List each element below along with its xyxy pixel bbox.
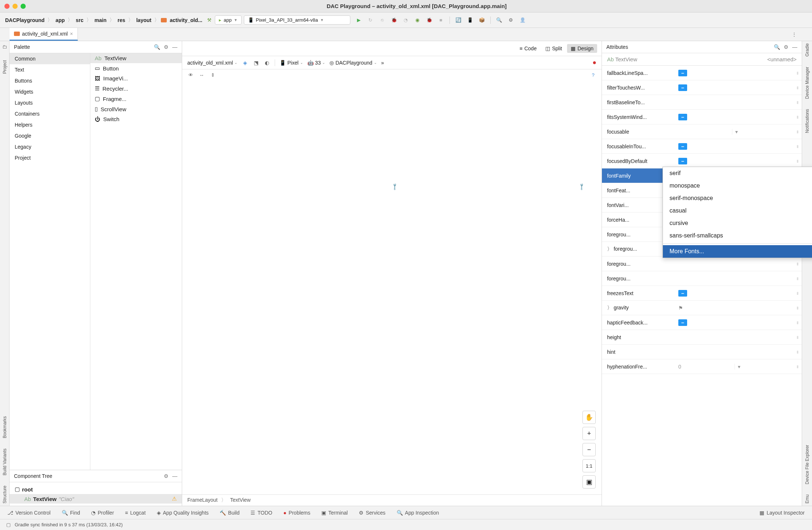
footer-crumb[interactable]: FrameLayout xyxy=(187,497,217,504)
stop-icon[interactable]: ■ xyxy=(438,17,444,23)
rail-bookmarks[interactable]: Bookmarks xyxy=(2,416,7,438)
zoom-fit-button[interactable]: 1:1 xyxy=(582,459,596,472)
widget-scrollview[interactable]: ▯ScrollView xyxy=(90,104,182,114)
resource-picker-icon[interactable]: ▮ xyxy=(797,159,799,163)
palette-cat-buttons[interactable]: Buttons xyxy=(10,75,90,86)
palette-cat-google[interactable]: Google xyxy=(10,130,90,141)
attr-row-gravity[interactable]: 〉 gravity⚑▮ xyxy=(602,301,802,315)
resource-picker-icon[interactable]: ▮ xyxy=(797,291,799,295)
bool-checkbox[interactable]: – xyxy=(678,158,687,164)
widget-imageview[interactable]: 🖼ImageVi... xyxy=(90,73,182,83)
bb-find[interactable]: 🔍Find xyxy=(62,510,80,516)
dropdown-option-serif[interactable]: serif xyxy=(663,167,812,179)
search-icon[interactable]: 🔍 xyxy=(154,44,160,50)
widget-textview[interactable]: AbTextView xyxy=(90,53,182,63)
bb-todo[interactable]: ☰TODO xyxy=(250,510,272,516)
resource-picker-icon[interactable]: ▮ xyxy=(797,350,799,354)
bool-checkbox[interactable]: – xyxy=(678,290,687,297)
rail-structure[interactable]: Structure xyxy=(2,486,7,504)
profile-icon[interactable]: ◔ xyxy=(403,17,409,23)
resource-picker-icon[interactable]: ▮ xyxy=(797,306,799,310)
gear-icon[interactable]: ⚙ xyxy=(784,44,788,50)
crumb[interactable]: app xyxy=(54,17,66,24)
rail-device-manager[interactable]: Device Manager xyxy=(805,67,810,99)
file-tab[interactable]: activity_old_xml.xml × xyxy=(10,28,78,41)
layers-icon[interactable]: ◈ xyxy=(242,59,248,66)
user-icon[interactable]: 👤 xyxy=(519,17,526,23)
design-file-selector[interactable]: activity_old_xml.xml⌄ xyxy=(187,60,237,66)
resource-picker-icon[interactable]: ▮ xyxy=(797,320,799,324)
zoom-window[interactable] xyxy=(21,4,26,9)
palette-cat-containers[interactable]: Containers xyxy=(10,108,90,119)
resource-picker-icon[interactable]: ▮ xyxy=(797,335,799,339)
hammer-icon[interactable]: ⚒ xyxy=(206,17,213,23)
bb-problems[interactable]: ●Problems xyxy=(283,510,310,516)
theme-selector[interactable]: ◎DACPlayground⌄ xyxy=(329,60,376,66)
footer-crumb[interactable]: TextView xyxy=(230,497,250,504)
palette-cat-layouts[interactable]: Layouts xyxy=(10,97,90,108)
palette-cat-common[interactable]: Common xyxy=(10,53,90,64)
bool-checkbox[interactable]: – xyxy=(678,143,687,150)
attr-row-hapticFeedback[interactable]: hapticFeedback...–▮ xyxy=(602,315,802,330)
bb-services[interactable]: ⚙Services xyxy=(359,510,386,516)
settings-icon[interactable]: ⚙ xyxy=(508,17,514,23)
run-config-selector[interactable]: ▸app▼ xyxy=(215,15,242,25)
error-indicator-icon[interactable]: ● xyxy=(592,59,596,66)
bb-layout-inspector[interactable]: ▦Layout Inspector xyxy=(759,510,805,516)
resource-picker-icon[interactable]: ▮ xyxy=(797,130,799,134)
resource-picker-icon[interactable]: ▮ xyxy=(797,86,799,90)
widget-button[interactable]: ▭Button xyxy=(90,63,182,73)
project-rail-icon[interactable]: 🗀 xyxy=(1,43,8,50)
crumb[interactable]: res xyxy=(116,17,127,24)
zoom-reset-button[interactable]: ▣ xyxy=(582,475,596,489)
bool-checkbox[interactable]: – xyxy=(678,319,687,326)
sdk-manager-icon[interactable]: 📦 xyxy=(479,17,485,23)
resource-picker-icon[interactable]: ▮ xyxy=(797,115,799,119)
bb-version-control[interactable]: ⎇Version Control xyxy=(7,510,51,516)
dropdown-arrow-icon[interactable]: ▾ xyxy=(732,129,741,135)
bb-terminal[interactable]: ▣Terminal xyxy=(321,510,348,516)
attr-row-hyphenationFre[interactable]: hyphenationFre...0▾▮ xyxy=(602,359,802,374)
tree-textview[interactable]: Ab TextView "Ciao" ⚠ xyxy=(10,494,182,504)
crumb[interactable]: main xyxy=(93,17,108,24)
attr-row-focusedByDefault[interactable]: focusedByDefault–▮ xyxy=(602,154,802,168)
run-icon[interactable]: ▶ xyxy=(356,17,362,23)
dropdown-option-serif-monospace[interactable]: serif-monospace xyxy=(663,192,812,204)
tree-root[interactable]: ▢root xyxy=(10,484,182,494)
avd-manager-icon[interactable]: 📱 xyxy=(467,17,473,23)
search-icon[interactable]: 🔍 xyxy=(774,44,780,50)
widget-fragment[interactable]: ▢Fragme... xyxy=(90,94,182,104)
magic-wand-icon[interactable]: ⇕ xyxy=(209,72,216,78)
attr-row-freezesText[interactable]: freezesText–▮ xyxy=(602,286,802,301)
rail-project[interactable]: Project xyxy=(2,60,7,74)
resource-picker-icon[interactable]: ▮ xyxy=(797,262,799,266)
crumb[interactable]: DACPlayground xyxy=(4,17,46,24)
dropdown-option-smallcaps[interactable]: sans-serif-smallcaps xyxy=(663,229,812,242)
resource-picker-icon[interactable]: ▮ xyxy=(797,144,799,148)
bool-checkbox[interactable]: – xyxy=(678,70,687,76)
attach-debugger-icon[interactable]: 🐞 xyxy=(426,17,433,23)
device-selector[interactable]: 📱Pixel_3a_API_33_arm64-v8a▼ xyxy=(244,15,350,25)
zoom-out-button[interactable]: − xyxy=(582,443,596,456)
palette-cat-helpers[interactable]: Helpers xyxy=(10,119,90,130)
warning-icon[interactable]: ⚠ xyxy=(172,495,177,502)
attr-row-height[interactable]: height▮ xyxy=(602,330,802,345)
close-window[interactable] xyxy=(4,4,10,9)
close-tab-icon[interactable]: × xyxy=(70,31,73,37)
widget-switch[interactable]: ⏻Switch xyxy=(90,114,182,124)
attr-row-focusableInTou[interactable]: focusableInTou...–▮ xyxy=(602,139,802,154)
attr-row-fitsSystemWind[interactable]: fitsSystemWind...–▮ xyxy=(602,110,802,124)
bb-logcat[interactable]: ≡Logcat xyxy=(125,510,145,516)
gear-icon[interactable]: ⚙ xyxy=(164,473,169,479)
apply-changes-icon[interactable]: ↻ xyxy=(367,17,374,23)
minimize-icon[interactable]: — xyxy=(172,44,177,50)
dropdown-option-cursive[interactable]: cursive xyxy=(663,217,812,229)
resource-picker-icon[interactable]: ▮ xyxy=(797,276,799,280)
rail-build-variants[interactable]: Build Variants xyxy=(2,449,7,475)
design-canvas[interactable]: 🔧 🔧 ✋ + − 1:1 ▣ xyxy=(182,80,602,494)
widget-recyclerview[interactable]: ☰Recycler... xyxy=(90,83,182,94)
resource-picker-icon[interactable]: ▮ xyxy=(797,71,799,75)
search-everywhere-icon[interactable]: 🔍 xyxy=(496,17,502,23)
device-preview-selector[interactable]: 📱Pixel⌄ xyxy=(279,60,303,66)
palette-cat-project[interactable]: Project xyxy=(10,152,90,163)
